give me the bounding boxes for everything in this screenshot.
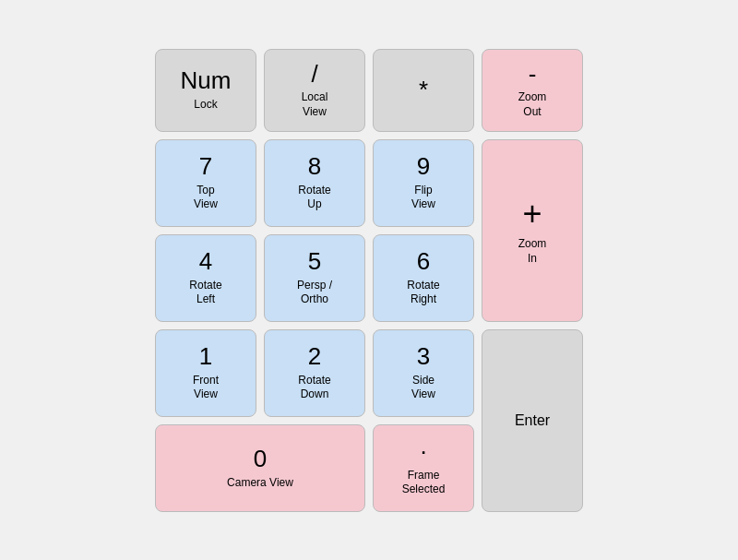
key-localview[interactable]: / LocalView xyxy=(264,49,365,132)
key-sideview[interactable]: 3 SideView xyxy=(373,329,474,417)
key-rotateright[interactable]: 6 RotateRight xyxy=(373,234,474,322)
key-flipview[interactable]: 9 FlipView xyxy=(373,139,474,227)
key-zoomout[interactable]: - ZoomOut xyxy=(482,49,583,132)
key-zoomin[interactable]: + ZoomIn xyxy=(482,139,583,322)
key-frontview-num: 1 xyxy=(199,343,212,370)
key-rotateleft-num: 4 xyxy=(199,248,212,275)
key-sideview-label: SideView xyxy=(411,374,435,402)
key-rotatedown[interactable]: 2 RotateDown xyxy=(264,329,365,417)
key-numlock[interactable]: Num Lock xyxy=(155,49,256,132)
key-topview-num: 7 xyxy=(199,153,212,180)
key-flipview-label: FlipView xyxy=(411,184,435,212)
key-zoomin-num: + xyxy=(522,195,542,233)
key-topview-label: TopView xyxy=(194,184,218,212)
key-rotateright-num: 6 xyxy=(417,248,430,275)
key-star-num: * xyxy=(419,77,428,103)
key-zoomout-num: - xyxy=(529,61,537,88)
key-cameraview-num: 0 xyxy=(254,446,267,472)
key-persportho-num: 5 xyxy=(308,248,321,275)
key-rotatedown-num: 2 xyxy=(308,343,321,370)
key-frontview[interactable]: 1 FrontView xyxy=(155,329,256,417)
key-frameselected[interactable]: · FrameSelected xyxy=(373,424,474,512)
key-numlock-label: Lock xyxy=(194,98,217,113)
key-star[interactable]: * xyxy=(373,49,474,132)
key-frontview-label: FrontView xyxy=(193,374,219,402)
key-rotateup-num: 8 xyxy=(308,153,321,180)
key-enter[interactable]: Enter xyxy=(482,329,583,512)
key-rotateleft-label: RotateLeft xyxy=(189,279,221,307)
key-topview[interactable]: 7 TopView xyxy=(155,139,256,227)
key-enter-label: Enter xyxy=(515,412,550,429)
key-persportho[interactable]: 5 Persp /Ortho xyxy=(264,234,365,322)
key-localview-label: LocalView xyxy=(302,90,328,119)
key-numlock-num: Num xyxy=(181,67,232,94)
key-sideview-num: 3 xyxy=(417,343,430,370)
key-localview-num: / xyxy=(311,61,317,88)
key-rotateleft[interactable]: 4 RotateLeft xyxy=(155,234,256,322)
key-rotateup-label: RotateUp xyxy=(298,184,330,212)
key-cameraview-label: Camera View xyxy=(227,476,293,491)
key-rotateup[interactable]: 8 RotateUp xyxy=(264,139,365,227)
key-frameselected-num: · xyxy=(420,438,426,465)
key-rotatedown-label: RotateDown xyxy=(298,374,330,402)
key-frameselected-label: FrameSelected xyxy=(402,469,446,497)
key-rotateright-label: RotateRight xyxy=(407,279,439,307)
key-flipview-num: 9 xyxy=(417,153,430,180)
key-persportho-label: Persp /Ortho xyxy=(297,279,332,307)
key-cameraview[interactable]: 0 Camera View xyxy=(155,424,365,512)
key-zoomout-label: ZoomOut xyxy=(518,90,547,119)
numpad: Num Lock / LocalView * - ZoomOut 7 TopVi… xyxy=(137,30,601,530)
key-zoomin-label: ZoomIn xyxy=(518,237,547,266)
